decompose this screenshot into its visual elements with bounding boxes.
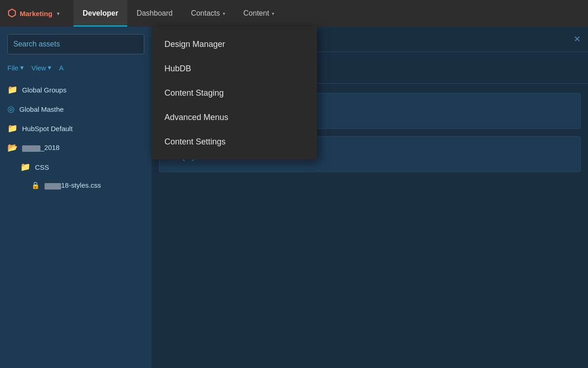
actions-menu-button[interactable]: A [59, 64, 63, 72]
file-toolbar: File ▾ View ▾ A [7, 63, 144, 72]
content-dropdown-arrow: ▾ [272, 11, 274, 16]
file-name: _2018 [22, 144, 60, 151]
file-name: Global Groups [22, 86, 67, 94]
file-dropdown-arrow: ▾ [20, 63, 24, 72]
lock-icon: 🔒 [31, 181, 40, 190]
main-area: File ▾ View ▾ A 📁 Global Groups ◎ Global… [0, 27, 588, 368]
list-item[interactable]: 📁 CSS [7, 157, 144, 177]
folder-open-icon: 📂 [7, 143, 17, 153]
tab-close-button[interactable]: ✕ [572, 32, 582, 46]
menu-item-advanced-menus[interactable]: Advanced Menus [152, 105, 317, 130]
file-menu-button[interactable]: File ▾ [7, 63, 24, 72]
list-item[interactable]: ◎ Global Masthe [7, 99, 144, 119]
menu-item-hubdb[interactable]: HubDB [152, 57, 317, 81]
marketing-nav-item[interactable]: Marketing [20, 10, 52, 17]
marketing-dropdown-arrow: ▾ [57, 11, 59, 16]
developer-dropdown-menu: Design Manager HubDB Content Staging Adv… [152, 27, 317, 160]
partial-icon: ◎ [7, 104, 15, 114]
search-input[interactable] [13, 40, 138, 48]
view-dropdown-arrow: ▾ [48, 63, 51, 72]
file-name: Global Masthe [19, 105, 64, 113]
hubspot-icon: ⬡ [7, 7, 16, 19]
contacts-dropdown-arrow: ▾ [223, 11, 225, 16]
file-list: 📁 Global Groups ◎ Global Masthe 📁 HubSpo… [7, 80, 144, 194]
file-name: CSS [35, 163, 49, 171]
hubspot-logo[interactable]: ⬡ Marketing ▾ [0, 0, 74, 27]
search-box[interactable] [7, 34, 144, 54]
list-item[interactable]: 📁 HubSpot Default [7, 119, 144, 138]
list-item[interactable]: 🔒 18-styles.css [7, 177, 144, 194]
redacted-text [45, 183, 61, 190]
sidebar: File ▾ View ▾ A 📁 Global Groups ◎ Global… [0, 27, 152, 368]
menu-item-content-staging[interactable]: Content Staging [152, 81, 317, 105]
list-item[interactable]: 📁 Global Groups [7, 80, 144, 99]
menu-item-design-manager[interactable]: Design Manager [152, 32, 317, 57]
folder-icon: 📁 [7, 123, 17, 133]
dashboard-nav-item[interactable]: Dashboard [127, 0, 181, 27]
file-name: 18-styles.css [45, 181, 101, 189]
view-menu-button[interactable]: View ▾ [31, 63, 51, 72]
contacts-nav-item[interactable]: Contacts ▾ [182, 0, 234, 27]
developer-nav-item[interactable]: Developer [74, 0, 127, 27]
folder-icon: 📁 [7, 85, 17, 95]
redacted-text [22, 145, 40, 152]
list-item[interactable]: 📂 _2018 [7, 138, 144, 157]
folder-icon: 📁 [20, 162, 30, 172]
top-navigation: ⬡ Marketing ▾ Developer Dashboard Contac… [0, 0, 588, 27]
content-nav-item[interactable]: Content ▾ [234, 0, 283, 27]
file-name: HubSpot Default [22, 125, 73, 132]
menu-item-content-settings[interactable]: Content Settings [152, 130, 317, 154]
